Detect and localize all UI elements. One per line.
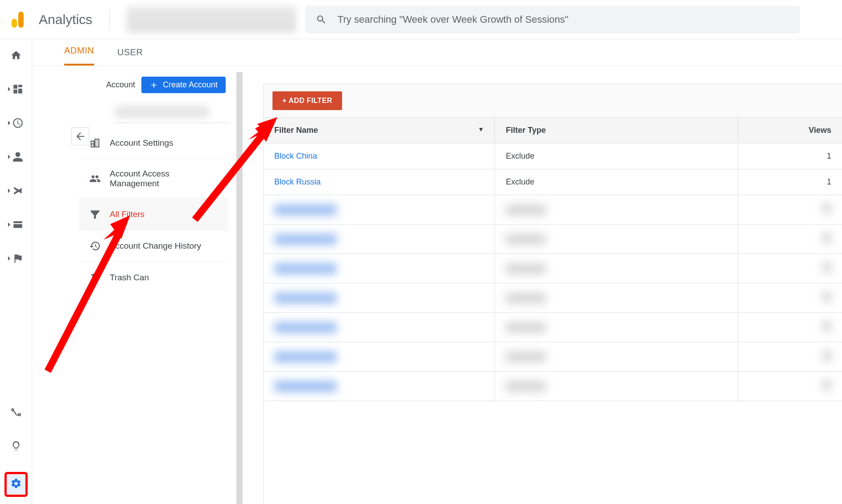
tab-admin[interactable]: ADMIN [64, 37, 94, 66]
trash-icon [89, 272, 101, 283]
filter-type-cell: Exclude [495, 143, 738, 169]
filters-toolbar: + ADD FILTER [264, 84, 842, 118]
nav-customization[interactable] [6, 81, 26, 97]
header-divider [109, 10, 110, 29]
lightbulb-icon [10, 440, 22, 452]
path-icon [10, 406, 22, 418]
filter-views-cell: 1 [738, 169, 842, 195]
nav-realtime[interactable] [6, 115, 26, 131]
table-row-blurred [264, 283, 842, 313]
filter-type-cell: Exclude [495, 169, 738, 195]
admin-tabs: ADMIN USER [32, 39, 842, 66]
property-selector-blurred[interactable] [127, 7, 296, 33]
account-nav-list: Account Settings Account Access Manageme… [79, 127, 228, 293]
account-label: Account [106, 80, 135, 90]
table-row[interactable]: Block China Exclude 1 [264, 143, 842, 169]
plus-icon [149, 81, 158, 90]
create-account-button[interactable]: Create Account [141, 77, 226, 93]
nav-account-settings-label: Account Settings [110, 138, 173, 148]
acquisition-icon [12, 185, 24, 197]
table-row-blurred [264, 225, 842, 254]
nav-discover[interactable] [6, 438, 26, 454]
tab-user[interactable]: USER [117, 39, 143, 66]
nav-change-history[interactable]: Account Change History [79, 230, 228, 262]
behavior-icon [12, 219, 24, 230]
account-name-blurred[interactable] [115, 106, 209, 118]
nav-account-settings[interactable]: Account Settings [79, 127, 228, 159]
app-header: Analytics [0, 0, 842, 39]
nav-account-access-label: Account Access Management [110, 169, 221, 188]
content-area: ADMIN USER Account Create Account [32, 39, 842, 504]
funnel-icon [89, 209, 101, 220]
search-input[interactable] [338, 14, 789, 25]
col-views[interactable]: Views [738, 118, 842, 143]
search-icon [316, 14, 327, 25]
filter-views-cell: 1 [738, 143, 842, 169]
admin-body: Account Create Account Account Settings [32, 66, 842, 504]
table-row[interactable]: Block Russia Exclude 1 [264, 169, 842, 195]
history-icon [89, 240, 101, 252]
nav-trash-can[interactable]: Trash Can [79, 262, 228, 293]
account-divider [113, 123, 229, 123]
flag-icon [12, 253, 24, 264]
filters-table: Filter Name ▼ Filter Type Views Block Ch… [264, 118, 842, 401]
back-button[interactable] [71, 127, 89, 145]
filter-name-link[interactable]: Block China [274, 152, 317, 160]
search-bar[interactable] [305, 6, 800, 33]
person-icon [12, 151, 24, 163]
dashboard-icon [12, 83, 24, 95]
nav-all-filters-label: All Filters [110, 209, 144, 219]
account-column: Account Create Account Account Settings [51, 72, 243, 504]
table-row-blurred [264, 195, 842, 225]
product-name: Analytics [39, 12, 92, 27]
nav-change-history-label: Account Change History [110, 241, 201, 251]
people-icon [89, 173, 101, 184]
home-icon [10, 49, 22, 61]
gear-icon [10, 478, 22, 489]
nav-all-filters[interactable]: All Filters [79, 199, 228, 230]
sort-down-icon: ▼ [478, 126, 484, 133]
nav-conversions[interactable] [6, 250, 26, 266]
nav-behavior[interactable] [6, 217, 26, 233]
nav-home[interactable] [6, 47, 26, 63]
table-row-blurred [264, 372, 842, 401]
table-row-blurred [264, 313, 842, 342]
table-row-blurred [264, 254, 842, 283]
nav-attribution[interactable] [6, 404, 26, 420]
nav-admin-highlighted[interactable] [4, 472, 28, 497]
nav-trash-can-label: Trash Can [110, 273, 149, 283]
analytics-logo [9, 12, 24, 28]
col-filter-name[interactable]: Filter Name ▼ [264, 118, 495, 143]
nav-audience[interactable] [6, 149, 26, 165]
create-account-label: Create Account [163, 80, 218, 90]
nav-acquisition[interactable] [6, 183, 26, 199]
add-filter-button[interactable]: + ADD FILTER [272, 91, 342, 110]
clock-icon [12, 117, 24, 129]
col-filter-type[interactable]: Filter Type [495, 118, 738, 143]
building-icon [89, 137, 101, 149]
filter-name-link[interactable]: Block Russia [274, 177, 321, 186]
left-nav-rail [0, 39, 32, 504]
table-row-blurred [264, 342, 842, 372]
nav-account-access[interactable]: Account Access Management [79, 159, 228, 199]
filters-panel: + ADD FILTER Filter Name ▼ Filter Type V… [263, 84, 842, 504]
arrow-left-icon [74, 131, 86, 142]
